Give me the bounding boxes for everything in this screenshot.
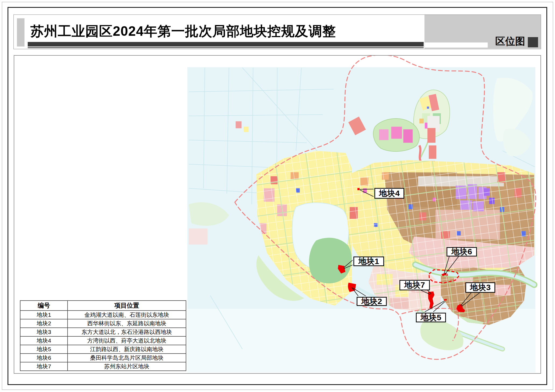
plot-location: 西华林街以东、东延路以南地块	[68, 319, 186, 328]
column-header-id: 编号	[20, 301, 68, 311]
plot-location: 江韵路以西、新庆路以南地块	[68, 345, 186, 354]
callout-plot2: 地块2	[357, 297, 387, 306]
corner-square-marker	[528, 37, 538, 47]
callout-plot6: 地块6	[447, 247, 477, 256]
title-accent-bar	[17, 18, 24, 47]
plot-index-table: 编号 项目位置 地块1 金鸡湖大道以南、石莲街以东地块 地块2 西华林街以东、东…	[20, 300, 186, 371]
plot-id: 地块7	[20, 362, 68, 371]
plot-id: 地块2	[20, 319, 68, 328]
green-park-area	[309, 238, 352, 283]
table-row: 地块1 金鸡湖大道以南、石莲街以东地块	[20, 311, 186, 319]
title-underline-white-segment	[425, 42, 488, 48]
plot-location: 桑田科学岛北岛片区局部地块	[68, 354, 186, 362]
table-row: 地块5 江韵路以西、新庆路以南地块	[20, 345, 186, 354]
table-row: 地块4 方湾街以西、葑亭大道以北地块	[20, 336, 186, 345]
header-bar: 苏州工业园区2024年第一批次局部地块控规及调整 区位图	[13, 15, 541, 49]
callout-plot1: 地块1	[353, 256, 384, 266]
title-underline-thin	[28, 47, 424, 48]
table-row: 地块7 苏州东站片区地块	[20, 362, 186, 371]
callout-plot5: 地块5	[416, 313, 446, 322]
callout-plot7: 地块7	[399, 280, 430, 290]
column-header-location: 项目位置	[68, 301, 186, 311]
callout-plot3: 地块3	[465, 282, 495, 293]
west-urban-band	[256, 151, 352, 306]
table-row: 地块2 西华林街以东、东延路以南地块	[20, 319, 186, 328]
location-map-panel: 地块1 地块2 地块3 地块4 地块5 地块6 地块7 编号 项目位置 地块1 …	[14, 55, 541, 374]
page-title: 苏州工业园区2024年第一批次局部地块控规及调整	[30, 22, 336, 40]
plot4-shape	[357, 188, 360, 190]
table-header-row: 编号 项目位置	[20, 301, 186, 311]
location-map-label: 区位图	[495, 35, 525, 48]
plot-id: 地块4	[20, 336, 68, 345]
table-row: 地块6 桑田科学岛北岛片区局部地块	[20, 354, 186, 362]
plot-id: 地块6	[20, 354, 68, 362]
table-row: 地块3 东方大道以北，东石泾港路以西地块	[20, 328, 186, 336]
plot-id: 地块5	[20, 345, 68, 354]
plot-location: 金鸡湖大道以南、石莲街以东地块	[68, 311, 186, 319]
plot-location: 方湾街以西、葑亭大道以北地块	[68, 336, 186, 345]
plot-id: 地块1	[20, 311, 68, 319]
title-underline-bar	[28, 42, 424, 47]
plot-location: 东方大道以北，东石泾港路以西地块	[68, 328, 186, 336]
plot-id: 地块3	[20, 328, 68, 336]
planning-document-page: { "header": { "title": "苏州工业园区2024年第一批次局…	[0, 0, 555, 392]
plot-location: 苏州东站片区地块	[68, 362, 186, 371]
callout-plot4: 地块4	[374, 188, 404, 199]
